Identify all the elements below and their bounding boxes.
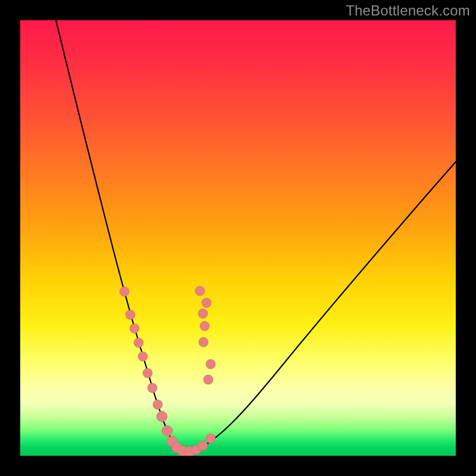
marker-dot xyxy=(120,287,129,296)
marker-dot xyxy=(143,368,152,378)
marker-dot xyxy=(198,441,208,450)
marker-dot xyxy=(206,359,215,369)
plot-area xyxy=(20,20,456,456)
marker-dot xyxy=(200,321,209,331)
bottleneck-curve xyxy=(56,20,456,452)
curve-layer xyxy=(20,20,456,456)
marker-dot xyxy=(162,425,173,436)
marker-dot xyxy=(202,298,211,308)
marker-dot xyxy=(148,383,157,393)
marker-dot xyxy=(153,400,162,409)
marker-dot xyxy=(199,337,208,347)
marker-dot xyxy=(198,309,208,318)
marker-dot xyxy=(138,352,148,361)
marker-dot xyxy=(134,338,143,347)
marker-dot xyxy=(195,286,205,296)
marker-dot xyxy=(203,375,213,384)
marker-dot xyxy=(156,411,167,422)
marker-dot xyxy=(206,434,215,443)
marker-dot xyxy=(126,310,135,320)
watermark-text: TheBottleneck.com xyxy=(346,2,470,19)
marker-group xyxy=(120,286,215,456)
marker-dot xyxy=(130,324,139,333)
chart-frame: TheBottleneck.com xyxy=(0,0,476,476)
